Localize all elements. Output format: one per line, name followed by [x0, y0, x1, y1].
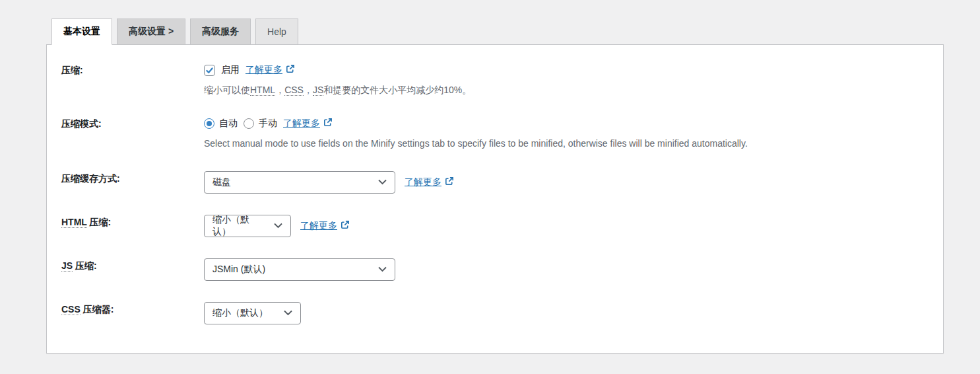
minify-enable-checkbox[interactable]: [204, 65, 215, 76]
minify-enable-learn-more-link[interactable]: 了解更多: [245, 64, 295, 76]
html-minifier-learn-more-link[interactable]: 了解更多: [300, 220, 350, 232]
external-link-icon: [444, 176, 454, 188]
settings-page: 基本设置 高级设置 > 高级服务 Help 压缩: 启用 了解更多: [0, 0, 980, 354]
minify-mode-manual-radio[interactable]: [244, 118, 254, 129]
desc-text: ，: [275, 85, 284, 95]
acronym-css: CSS: [284, 85, 304, 96]
settings-panel: 压缩: 启用 了解更多: [46, 44, 944, 354]
tab-advanced-services[interactable]: 高级服务: [190, 19, 251, 45]
radio-dot: [207, 121, 212, 126]
css-minifier-label: CSS 压缩器:: [61, 302, 204, 324]
acronym-css: CSS: [61, 304, 81, 315]
label-text: 压缩:: [87, 217, 112, 227]
html-minifier-label: HTML 压缩:: [61, 215, 204, 237]
learn-more-text: 了解更多: [405, 176, 441, 188]
minify-enable-description: 缩小可以使HTML，CSS，JS和提要的文件大小平均减少约10%。: [204, 83, 936, 96]
external-link-icon: [340, 220, 350, 232]
acronym-js: JS: [313, 85, 323, 96]
label-text: 压缩:: [73, 260, 97, 271]
tab-basic-settings[interactable]: 基本设置: [51, 19, 112, 45]
cache-method-selected-value: 磁盘: [212, 176, 231, 188]
desc-text: ，: [304, 85, 313, 95]
minify-mode-auto-label: 自动: [219, 118, 238, 130]
row-css-minifier: CSS 压缩器: 缩小（默认）: [47, 291, 943, 335]
js-minifier-selected-value: JSMin (默认): [212, 264, 265, 276]
label-text: 压缩器:: [81, 304, 114, 315]
tab-advanced-settings[interactable]: 高级设置 >: [117, 19, 185, 45]
minify-mode-label: 压缩模式:: [61, 116, 204, 150]
learn-more-text: 了解更多: [283, 118, 320, 130]
acronym-html: HTML: [61, 217, 87, 228]
chevron-down-icon: [284, 310, 292, 316]
row-cache-method: 压缩缓存方式: 磁盘 了解更多: [47, 161, 943, 204]
learn-more-text: 了解更多: [300, 220, 337, 232]
minify-enable-checkbox-label: 启用: [221, 64, 240, 76]
cache-method-select[interactable]: 磁盘: [204, 171, 395, 194]
desc-text: 和提要的文件大小平均减少约10%。: [323, 85, 471, 95]
chevron-down-icon: [378, 179, 387, 185]
minify-mode-description: Select manual mode to use fields on the …: [204, 137, 936, 150]
minify-mode-manual-label: 手动: [259, 118, 277, 130]
external-link-icon: [323, 118, 333, 130]
cache-method-learn-more-link[interactable]: 了解更多: [405, 176, 454, 188]
row-js-minifier: JS 压缩: JSMin (默认): [47, 248, 943, 291]
row-minify-enable: 压缩: 启用 了解更多: [47, 53, 943, 106]
tab-help[interactable]: Help: [255, 19, 298, 45]
tab-bar: 基本设置 高级设置 > 高级服务 Help: [51, 19, 980, 44]
html-minifier-select[interactable]: 缩小（默认）: [204, 215, 291, 237]
js-minifier-select[interactable]: JSMin (默认): [204, 258, 395, 281]
css-minifier-select[interactable]: 缩小（默认）: [204, 302, 301, 324]
minify-mode-learn-more-link[interactable]: 了解更多: [283, 118, 333, 130]
html-minifier-selected-value: 缩小（默认）: [212, 214, 265, 238]
acronym-html: HTML: [250, 85, 275, 96]
js-minifier-label: JS 压缩:: [61, 258, 204, 281]
chevron-down-icon: [274, 223, 282, 229]
acronym-js: JS: [61, 260, 73, 272]
desc-text: 缩小可以使: [204, 85, 250, 95]
external-link-icon: [285, 64, 295, 76]
row-minify-mode: 压缩模式: 自动 手动 了解更多: [47, 106, 943, 160]
check-icon: [205, 66, 214, 75]
learn-more-text: 了解更多: [245, 64, 282, 76]
css-minifier-selected-value: 缩小（默认）: [212, 307, 268, 319]
chevron-down-icon: [378, 266, 387, 272]
row-html-minifier: HTML 压缩: 缩小（默认） 了解更多: [47, 204, 943, 248]
cache-method-label: 压缩缓存方式:: [61, 171, 204, 194]
minify-mode-auto-radio[interactable]: [204, 118, 214, 129]
minify-enable-label: 压缩:: [61, 63, 204, 96]
